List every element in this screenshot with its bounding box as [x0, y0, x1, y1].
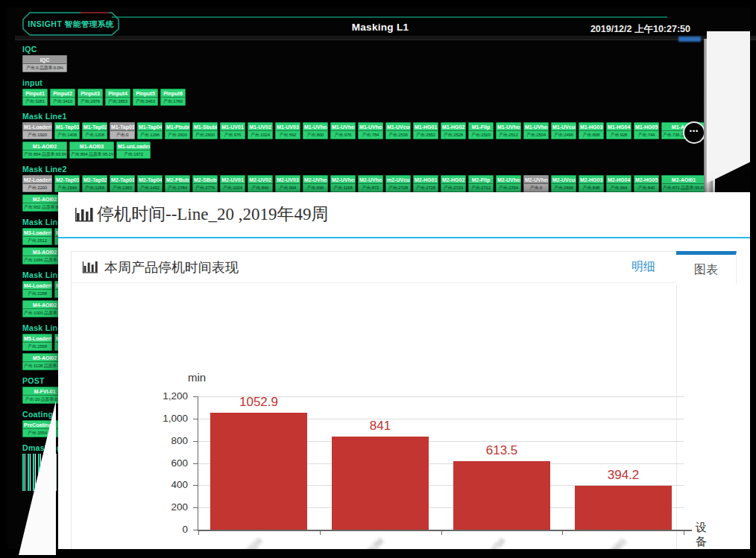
- tile-name: M2-UVhead01: [303, 176, 327, 184]
- equipment-tile-m2-uvcur01[interactable]: m2-UVcur01产出:2728: [385, 175, 411, 192]
- equipment-tile-m2-flip[interactable]: M2-Flip产出:2712: [468, 175, 494, 192]
- equipment-tile-m1-unloader02[interactable]: M1-unLoader02产出:1672: [116, 142, 151, 159]
- bar-1[interactable]: [332, 437, 429, 530]
- tile-name: M1-UVhead04: [497, 123, 520, 131]
- equipment-tile-m1-uvhead05[interactable]: M1-UVhead05产出:2504: [523, 122, 549, 139]
- equipment-tile-m1-uvcur01[interactable]: M1-UVcur01产出:2536: [385, 122, 411, 139]
- equipment-tile-pinput2[interactable]: Pinput2产出:3410: [50, 89, 75, 106]
- tile-output-value: 产出:2728: [414, 184, 438, 191]
- equipment-tile-m1-tap03[interactable]: M1-Tap03产出:0: [110, 122, 135, 139]
- equipment-tile-m2-aoi01[interactable]: M2-AOI01产出:872 品质率:95.6%: [661, 175, 706, 192]
- equipment-tile-m2-uvcur02[interactable]: M2-UVcur02产出:2696: [551, 175, 576, 192]
- equipment-tile-m1-aoi02[interactable]: M1-AOI02产出:864 品质率:93.9%: [22, 142, 67, 159]
- equipment-tile-m2-uvhead05[interactable]: M2-UVhead05产出:0: [523, 175, 549, 192]
- equipment-tile-m2-uvhead01[interactable]: M2-UVhead01产出:696: [303, 175, 328, 192]
- equipment-tile-m3-loader01[interactable]: M3-Loader01产出:2512: [22, 228, 52, 245]
- equipment-tile-m1-tap02[interactable]: M1-Tap02产出:1208: [82, 122, 107, 139]
- more-button[interactable]: •••: [683, 121, 705, 144]
- tile-output-value: 产出:2976: [78, 98, 102, 105]
- unreadable-link[interactable]: [678, 37, 701, 42]
- tile-name: Pinput1: [23, 89, 47, 98]
- section-input: inputPinput1产出:3281Pinput2产出:3410Pinput3…: [22, 78, 705, 106]
- equipment-tile-m1-tap01[interactable]: M1-Tap01产出:1408: [54, 122, 80, 139]
- equipment-tile-m2-hg04[interactable]: M2-HG04产出:964: [606, 175, 631, 192]
- bar-2[interactable]: [453, 461, 550, 530]
- equipment-tile-m2-uv03[interactable]: M2-UV03产出:904: [275, 175, 300, 192]
- tile-output-value: 产出:2496: [552, 131, 576, 139]
- equipment-tile-m2-uv02[interactable]: M2-UV02产出:840: [248, 175, 273, 192]
- equipment-tile-m1-hg04[interactable]: M1-HG04产出:928: [606, 122, 631, 139]
- equipment-tile-m1-flip[interactable]: M1-Flip产出:2520: [468, 122, 494, 139]
- equipment-tile-m2-uv01[interactable]: M2-UV01产出:1024: [220, 175, 245, 192]
- equipment-tile-m1-uvcur02[interactable]: M1-UVcur02产出:2496: [551, 122, 576, 139]
- equipment-tile-m1-uv02[interactable]: M1-UV02产出:1024: [248, 122, 273, 139]
- equipment-tile-m2-uvhead04[interactable]: M2-UVhead04产出:2704: [496, 175, 521, 192]
- bar-3[interactable]: [575, 486, 672, 530]
- equipment-tile-m2-tap03[interactable]: M2-Tap03产出:1360: [110, 175, 135, 192]
- equipment-tile-m1-sbubble[interactable]: M1-Sbubble产出:2600: [192, 122, 218, 139]
- equipment-tile-m2-hg01[interactable]: M2-HG01产出:2728: [413, 175, 438, 192]
- equipment-tile-pinput4[interactable]: Pinput4产出:3853: [105, 89, 130, 106]
- equipment-tile-m2-hg02[interactable]: M2-HG02产出:2720: [441, 175, 466, 192]
- equipment-tile-m1-uv01[interactable]: M1-UV01产出:976: [220, 122, 245, 139]
- equipment-tile-m4-loader01[interactable]: M4-Loader01产出:2288: [22, 281, 52, 298]
- equipment-tile-m1-uv03[interactable]: M1-UV03产出:592: [275, 122, 300, 139]
- y-tick-mark: [193, 485, 198, 486]
- equipment-tile-m2-pbubble[interactable]: M2-PBubble产出:2784: [165, 175, 190, 192]
- equipment-tile-m5-loader01[interactable]: M5-Loader01产出:2568: [22, 334, 52, 351]
- equipment-tile-pinput3[interactable]: Pinput3产出:2976: [78, 89, 103, 106]
- equipment-tile-m1-pbubble[interactable]: M1-Pbubble产出:2600: [165, 122, 190, 139]
- equipment-tile-m2-uvhead03[interactable]: M2-UVhead03产出:872: [358, 175, 383, 192]
- tile-output-value: 产出:2776: [193, 184, 217, 191]
- tile-name: m2-UVcur01: [386, 176, 410, 184]
- equipment-tile-m2-uvhead02[interactable]: M2-UVhead02产出:1168: [330, 175, 356, 192]
- tile-output-value: 产出:2528: [441, 131, 465, 139]
- equipment-tile-m1-uvhead03[interactable]: M1-UVhead03产出:784: [358, 122, 383, 139]
- y-axis-title: min: [188, 371, 206, 384]
- equipment-tile-m2-tap01[interactable]: M2-Tap01产出:1544: [54, 175, 80, 192]
- equipment-tile-m2-tap02[interactable]: M2-Tap02产出:1256: [82, 175, 107, 192]
- equipment-tile-m2-tap04[interactable]: M2-Tap04产出:1432: [137, 175, 163, 192]
- tile-name: Pinput4: [106, 89, 130, 98]
- tile-name: M1-Tap03: [110, 123, 134, 131]
- tile-output-value: 产出:0: [110, 131, 134, 139]
- screenshot-canvas: INSIGHT 智能管理系统 Masking L1 2019/12/2 上午10…: [0, 0, 756, 558]
- tile-output-value: 产出:2552: [414, 131, 438, 139]
- tab-detail[interactable]: 明细: [631, 259, 655, 275]
- tile-name: M1-Tap04: [138, 123, 162, 131]
- tile-name: M2-UVcur02: [552, 176, 576, 184]
- x-axis-line: [198, 530, 692, 531]
- equipment-tile-pinput5[interactable]: Pinput5产出:3463: [133, 89, 158, 106]
- equipment-tile-m1-uvhead02[interactable]: M1-UVhead02产出:976: [330, 122, 356, 139]
- tile-name: M1-AOI02: [23, 142, 66, 150]
- equipment-tile-m1-hg03[interactable]: M1-HG03产出:808: [579, 122, 604, 139]
- bar-0[interactable]: [210, 413, 307, 530]
- x-tick-mark: [198, 531, 199, 535]
- equipment-tile-m1-loader01[interactable]: M1-Loader01产出:1920: [22, 122, 52, 139]
- x-category-label-blurred: 0 YS4: [469, 536, 507, 549]
- tile-output-value: 产出:1256: [83, 184, 107, 191]
- section-label: Mask Line1: [22, 112, 705, 121]
- tile-output-value: 产出:2568: [23, 343, 51, 350]
- equipment-tile-m1-hg01[interactable]: M1-HG01产出:2552: [413, 122, 438, 139]
- tile-output-value: 产出:2704: [497, 184, 520, 191]
- bar-chart-icon: [82, 260, 98, 274]
- tile-name: M2-UV02: [248, 176, 272, 184]
- equipment-tile-m2-hg03[interactable]: M2-HG03产出:848: [579, 175, 604, 192]
- equipment-tile-pinput1[interactable]: Pinput1产出:3281: [22, 89, 48, 106]
- tile-output-value: 产出:2288: [23, 290, 51, 297]
- equipment-tile-m2-loader01[interactable]: M2-Loader01产出:2200: [22, 175, 52, 192]
- equipment-tile-m1-tap04[interactable]: M1-Tap04产出:1296: [137, 122, 163, 139]
- equipment-tile-m1-hg05[interactable]: M1-HG05产出:744: [634, 122, 659, 139]
- equipment-tile-m1-hg02[interactable]: M1-HG02产出:2528: [441, 122, 466, 139]
- equipment-tile-iqc[interactable]: IQC产出:0 品质率:0.0%: [22, 55, 67, 72]
- equipment-tile-m2-hg05[interactable]: M2-HG05产出:840: [634, 175, 659, 192]
- equipment-tile-m1-uvhead04[interactable]: M1-UVhead04产出:2512: [496, 122, 521, 139]
- tab-chart-active[interactable]: 图表: [676, 251, 737, 285]
- y-tick-mark: [193, 441, 198, 442]
- equipment-tile-m2-sbubble[interactable]: M2-SBubble产出:2776: [192, 175, 218, 192]
- equipment-tile-m1-uvhead01[interactable]: M1-UVhead01产出:800: [303, 122, 328, 139]
- equipment-tile-pinput6[interactable]: Pinput6产出:1780: [160, 89, 186, 106]
- equipment-tile-m1-aoi03[interactable]: M1-AOI03产出:864 品质率:95.1%: [69, 142, 114, 159]
- tile-name: M1-Sbubble: [193, 123, 217, 131]
